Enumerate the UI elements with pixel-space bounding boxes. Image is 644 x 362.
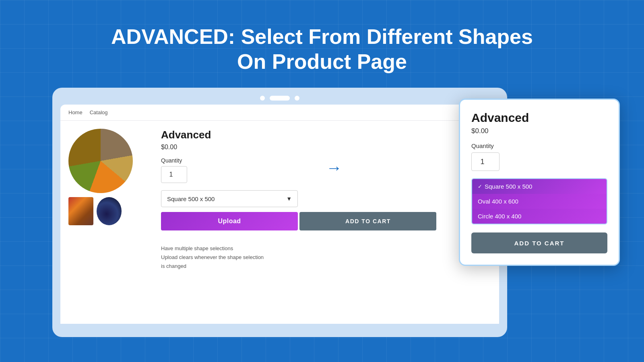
shape-option-label-2: Oval 400 x 600 [478,198,518,205]
shape-option-oval[interactable]: Oval 400 x 600 [472,194,607,209]
shape-dropdown[interactable]: Square 500 x 500 ▼ [161,190,298,207]
product-price: $0.00 [161,144,491,151]
popup-quantity-label: Quantity [471,142,607,149]
checkmark-icon: ✓ [478,183,482,189]
add-to-cart-button[interactable]: ADD TO CART [299,212,436,230]
product-thumbnails [68,197,149,225]
product-area: Advanced $0.00 Quantity Square 500 x 500… [60,121,499,322]
upload-button[interactable]: Upload [161,212,298,230]
quantity-input[interactable] [161,166,187,183]
nav-links: Home Catalog [68,109,462,115]
popup-product-name: Advanced [471,111,607,125]
nav-catalog[interactable]: Catalog [90,109,108,115]
popup-quantity-input[interactable] [471,152,500,171]
dot-line[interactable] [270,96,290,101]
product-details: Advanced $0.00 Quantity Square 500 x 500… [161,129,491,314]
popup-card: Advanced $0.00 Quantity ✓ Square 500 x 5… [459,99,620,266]
dot-3[interactable] [295,96,299,101]
product-name: Advanced [161,129,491,141]
browser-window: Home Catalog 🔍 🛒 Advanced $0.00 [60,105,499,324]
nav-home[interactable]: Home [68,109,83,115]
browser-nav: Home Catalog 🔍 🛒 [60,105,499,121]
pagination-dots [60,96,499,101]
popup-dropdown-container: ✓ Square 500 x 500 Oval 400 x 600 Circle… [471,178,607,224]
dot-1[interactable] [260,96,265,101]
shape-dropdown-text: Square 500 x 500 [167,195,215,202]
feature-text: Have multiple shape selections Upload cl… [161,244,491,271]
chevron-down-icon: ▼ [286,195,292,202]
shape-option-square[interactable]: ✓ Square 500 x 500 [472,179,607,194]
popup-price: $0.00 [471,127,607,135]
shape-option-label-3: Circle 400 x 400 [478,213,521,220]
popup-shape-dropdown-open[interactable]: ✓ Square 500 x 500 Oval 400 x 600 Circle… [471,178,607,224]
product-main-image [68,129,133,193]
shape-option-label-1: Square 500 x 500 [485,183,532,190]
page-title: ADVANCED: Select From Different Shapes O… [0,24,644,74]
popup-add-to-cart-button[interactable]: ADD TO CART [471,232,607,253]
arrow-connector: → [326,159,342,177]
thumbnail-2[interactable] [97,197,122,225]
tablet-frame: Home Catalog 🔍 🛒 Advanced $0.00 [52,88,507,337]
shape-option-circle[interactable]: Circle 400 x 400 [472,209,607,224]
thumbnail-1[interactable] [68,197,93,225]
product-image-area [68,129,149,314]
